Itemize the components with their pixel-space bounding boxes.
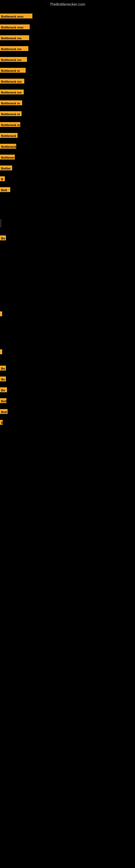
bar-label[interactable]: Bottleneck res (0, 46, 28, 51)
bar-container: Bo (0, 388, 7, 392)
bar-label[interactable] (0, 311, 2, 316)
bar-label[interactable]: Bottleneck re (0, 111, 21, 116)
bar-container: Bottleneck re (0, 100, 22, 105)
bar-label[interactable]: Bottleneck res (0, 90, 24, 94)
bar-container: Bo (0, 366, 6, 371)
bar-label[interactable]: Bott (0, 398, 6, 403)
bar-label[interactable]: Bo (0, 366, 6, 371)
bar-container: B (0, 176, 5, 181)
bar-label[interactable]: Bottleneck re (0, 100, 22, 105)
bar-container: Bottleneck r (0, 144, 16, 149)
bar-label[interactable]: Bottleneck (0, 133, 17, 138)
bar-container (0, 311, 2, 316)
bar-container: Bottleneck re (0, 68, 26, 73)
bar-container: Bottleneck res (0, 46, 28, 51)
bar-container: Bottleneck res (0, 90, 24, 94)
bar-container: Bottleneck res (0, 79, 24, 84)
bar-label[interactable]: Bottleneck res (0, 57, 27, 62)
bar-container: Bottleneck (0, 133, 17, 138)
bar-label[interactable]: Bottleneck res (0, 79, 24, 84)
bar-container: Bottler (0, 165, 12, 170)
bar-container: Bott (0, 187, 10, 192)
bar-container: Bottleneck re (0, 111, 21, 116)
bar-container: Bo (0, 376, 6, 381)
bar-label[interactable]: Bottleneck re (0, 68, 26, 73)
bar-label[interactable]: Bottleneck res (0, 35, 29, 40)
bar-container: B (0, 420, 3, 425)
bar-container: Bottleneck resu (0, 24, 30, 29)
bar-container: Bottleneck re (0, 122, 20, 127)
bar-container: Bo (0, 236, 6, 240)
bar-container: Bottleneck res (0, 57, 27, 62)
bar-label[interactable]: Bott (0, 187, 10, 192)
bar-container: Bottleneck resu (0, 13, 32, 19)
bar-label[interactable] (0, 349, 2, 354)
bar-label[interactable]: Bottler (0, 165, 12, 170)
bar-label[interactable]: B (0, 420, 3, 425)
bar-label[interactable]: Bottleneck r (0, 144, 16, 149)
bar-label[interactable]: Bottleneck re (0, 122, 20, 127)
bar-container: Bott (0, 398, 6, 403)
bar-label[interactable]: B (0, 176, 5, 181)
bar-label[interactable]: Bott (0, 409, 8, 414)
bar-label[interactable]: Bo (0, 388, 7, 392)
bar-label[interactable]: Bottleneck (0, 155, 15, 159)
bar-label[interactable]: Bo (0, 376, 6, 381)
bar-container: Bottleneck res (0, 35, 29, 40)
bar-container (0, 349, 2, 354)
bar-label[interactable]: Bottleneck resu (0, 13, 32, 19)
bar-container: Bottleneck (0, 155, 15, 159)
bar-label[interactable]: Bottleneck resu (0, 24, 30, 29)
vertical-line-marker (1, 219, 1, 227)
bar-container: Bott (0, 409, 8, 414)
site-title: TheBottlenecker.com (0, 0, 135, 8)
bar-label[interactable]: Bo (0, 236, 6, 240)
